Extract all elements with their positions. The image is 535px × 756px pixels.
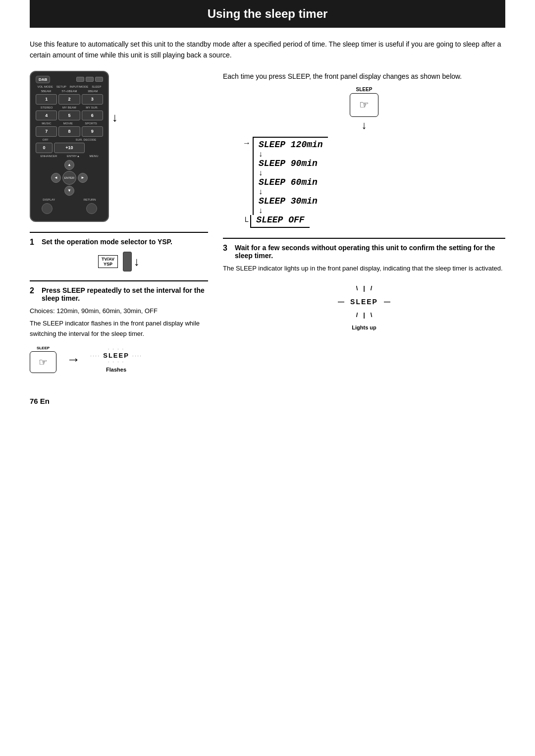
lights-dash-right: — (384, 295, 390, 308)
sleep-seq-item-1: SLEEP 120min (259, 140, 323, 150)
remote-music-labels: MUSICMOVIESPORTS (36, 122, 103, 125)
sleep-label-top: SLEEP (356, 87, 373, 92)
key-7: 7 (36, 126, 57, 137)
hand-press-right-icon: ☞ (359, 99, 369, 111)
seq-arrow-last: └ (243, 217, 248, 226)
step-2-section: 2 Press SLEEP repeatedly to set the inte… (30, 280, 208, 373)
nav-enter: ENTER (62, 171, 76, 185)
seq-down-2: ↓ (259, 168, 505, 177)
step-1-title: Set the operation mode selector to YSP. (42, 238, 172, 246)
flashes-label: Flashes (90, 367, 142, 373)
step-2-number: 2 (30, 286, 38, 295)
flash-dots-right: ···· (132, 353, 142, 359)
spacer (64, 203, 75, 214)
lights-diagram: \ | / — SLEEP — / | \ Lights up (223, 282, 505, 330)
sleep-seq-line-last: └ SLEEP OFF (243, 215, 505, 228)
sleep-seq-item-2: SLEEP 90min (259, 159, 505, 168)
remote-bottom-buttons (36, 203, 103, 214)
intro-text: Use this feature to automatically set th… (30, 39, 505, 61)
flash-dots-left: ···· (90, 353, 100, 359)
remote-nav-area: ▲ ◄ ENTER ► ▼ (36, 160, 103, 196)
seq-down-3: ↓ (259, 187, 505, 196)
flash-dots-top: · · · · (90, 346, 142, 352)
step-2-body: The SLEEP indicator flashes in the front… (30, 319, 208, 339)
flash-arrow-icon: → (66, 352, 80, 368)
remote-arrow-indicator: ↓ (112, 71, 118, 124)
seq-down-4: ↓ (259, 206, 505, 215)
sleep-seq-chain: ↓ SLEEP 90min ↓ SLEEP 60min ↓ SLEEP 30mi… (253, 150, 505, 215)
nav-left: ◄ (51, 173, 61, 183)
return-button (86, 203, 97, 214)
sleep-seq-item-5: SLEEP OFF (256, 215, 304, 225)
remote-icon-3 (95, 77, 103, 82)
remote-off-labels: OFFSUR. DECODE (36, 138, 103, 141)
step-2-choices: Choices: 120min, 90min, 60min, 30min, OF… (30, 306, 208, 317)
lights-bottom-slash: / | \ (338, 309, 390, 322)
remote-beam-labels: 5BEAM5T+3BEAM3BEAM (36, 90, 103, 93)
step-1-section: 1 Set the operation mode selector to YSP… (30, 232, 208, 271)
sleep-chain-start-arrow: ↓ (362, 119, 367, 132)
key-6: 6 (82, 110, 103, 121)
sleep-sequence-diagram: → SLEEP 120min ↓ SLEEP 90min ↓ SLEEP 60m… (243, 137, 505, 228)
page-title: Using the sleep timer (30, 0, 505, 28)
remote-display-labels: DISPLAYRETURN (36, 198, 103, 201)
step-3-title: Wait for a few seconds without operating… (235, 244, 495, 260)
key-1: 1 (36, 94, 57, 105)
sleep-button-right: ☞ (350, 93, 378, 117)
lights-display: \ | / — SLEEP — / | \ (338, 282, 390, 322)
remote-enhancer-labels: ENHANCERENTRY▲MENU (36, 155, 103, 158)
step-2-title: Press SLEEP repeatedly to set the interv… (42, 286, 205, 302)
flash-diagram: SLEEP ☞ → · · · · ···· SLEEP ···· · (30, 346, 208, 373)
lights-sleep-row: — SLEEP — (338, 295, 390, 309)
key-plus10: +10 (54, 143, 85, 153)
sleep-button-label-flash: SLEEP (37, 346, 50, 350)
step-3-header: 3 Wait for a few seconds without operati… (223, 244, 505, 260)
display-button (42, 203, 53, 214)
key-0: 0 (36, 143, 53, 153)
key-blank (86, 143, 103, 153)
step-3-number: 3 (223, 244, 231, 260)
nav-down: ▼ (64, 186, 74, 196)
remote-icon-2 (86, 77, 94, 82)
lights-top-slash: \ | / (338, 282, 390, 295)
step-3-body: The SLEEP indicator lights up in the fro… (223, 264, 505, 274)
remote-illustration: DAB VOL MODESETUPINPUT/MODESLEEP (30, 71, 208, 232)
lights-up-label: Lights up (352, 324, 376, 330)
sleep-seq-item-3: SLEEP 60min (259, 177, 505, 187)
lights-dash-left: — (338, 295, 344, 308)
num-row-3: 7 8 9 (36, 126, 103, 137)
flash-display-diagram: · · · · ···· SLEEP ···· · · · · Flashes (90, 346, 142, 373)
mode-selector-switch (123, 252, 132, 271)
dab-button: DAB (36, 76, 50, 83)
nav-right: ► (78, 173, 88, 183)
remote-mode-labels: VOL MODESETUPINPUT/MODESLEEP (36, 85, 103, 88)
remote-icon-1 (76, 77, 84, 82)
step-2-header: 2 Press SLEEP repeatedly to set the inte… (30, 286, 208, 302)
flash-sleep-text: SLEEP (103, 352, 129, 359)
step-3-section: 3 Wait for a few seconds without operati… (223, 238, 505, 330)
num-row-1: 1 2 3 (36, 94, 103, 105)
sleep-seq-line-1: → SLEEP 120min (243, 137, 505, 150)
step-1-number: 1 (30, 238, 38, 247)
each-time-text: Each time you press SLEEP, the front pan… (223, 71, 505, 82)
seq-down-1: ↓ (259, 150, 505, 159)
key-4: 4 (36, 110, 57, 121)
sleep-press-area: SLEEP ☞ ↓ (223, 87, 505, 132)
key-5: 5 (58, 110, 80, 121)
ysp-label: YSP (104, 262, 112, 267)
hand-press-icon: ☞ (39, 356, 48, 368)
lights-sleep-text: SLEEP (350, 295, 378, 309)
key-9: 9 (82, 126, 103, 137)
tv-av-label: TV/AV (102, 257, 114, 262)
key-8: 8 (58, 126, 80, 137)
num-row-0: 0 +10 (36, 143, 103, 153)
page-number: 76 En (30, 397, 505, 405)
num-row-2: 4 5 6 (36, 110, 103, 121)
seq-arrow-1: → (243, 139, 251, 148)
sleep-button-diagram: ☞ (30, 351, 56, 373)
ysp-selector-diagram: TV/AV YSP ↓ (30, 252, 208, 271)
sleep-seq-item-4: SLEEP 30min (259, 196, 505, 206)
step1-arrow: ↓ (134, 255, 140, 269)
flash-dots-bottom: · · · · (90, 359, 142, 365)
remote-control: DAB VOL MODESETUPINPUT/MODESLEEP (30, 71, 109, 222)
